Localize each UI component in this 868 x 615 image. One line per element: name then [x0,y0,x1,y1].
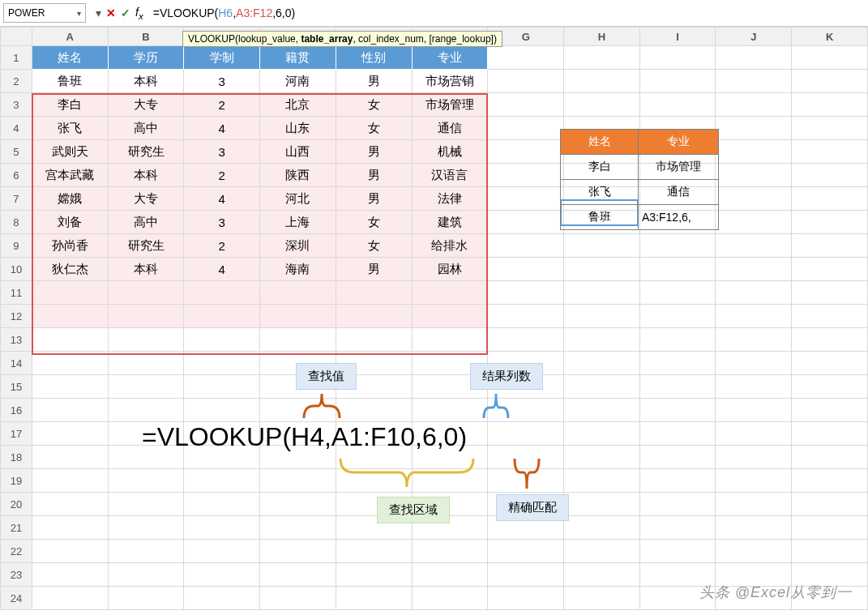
cell[interactable]: 深圳 [260,234,336,258]
row-header[interactable]: 14 [1,352,32,375]
cell[interactable] [716,516,792,540]
row-header[interactable]: 17 [1,422,32,446]
side-cell[interactable]: A3:F12,6, [639,205,719,230]
cell[interactable] [108,352,184,375]
row-header[interactable]: 1 [1,46,32,70]
cell[interactable] [260,328,336,352]
cell[interactable] [639,70,716,93]
chevron-down-icon[interactable]: ▾ [77,9,81,18]
cell[interactable] [564,469,640,493]
side-cell[interactable]: 李白 [561,155,639,180]
cell[interactable] [564,46,640,70]
cell[interactable] [639,375,716,399]
cell[interactable]: 研究生 [108,234,184,258]
cell[interactable] [564,563,640,587]
cell[interactable]: 男 [336,164,412,187]
cell[interactable] [32,281,108,305]
formula-input[interactable]: =VLOOKUP(H6,A3:F12,6,0) [153,6,865,19]
cell[interactable] [184,375,260,399]
cell[interactable] [564,328,640,352]
cell[interactable] [488,281,564,305]
cell[interactable] [412,587,488,610]
cell[interactable] [792,469,868,493]
row-header[interactable]: 19 [1,469,32,493]
cell[interactable]: 法律 [412,187,488,211]
cell[interactable] [792,93,868,117]
cell[interactable] [412,305,488,328]
cell[interactable] [184,540,260,563]
cell[interactable] [32,352,108,375]
cell[interactable] [336,281,412,305]
cell[interactable]: 研究生 [108,140,184,164]
cell[interactable]: 机械 [412,140,488,164]
cell[interactable]: 给排水 [412,234,488,258]
cell[interactable] [336,540,412,563]
cell[interactable] [412,399,488,422]
cell[interactable]: 性别 [336,46,412,70]
cell[interactable]: 3 [184,140,260,164]
row-header[interactable]: 7 [1,187,32,211]
cell[interactable] [792,352,868,375]
cell[interactable] [639,540,716,563]
cell[interactable]: 山东 [260,117,336,140]
row-header[interactable]: 9 [1,234,32,258]
cell[interactable] [792,164,868,187]
cell[interactable] [488,540,564,563]
cell[interactable] [564,70,640,93]
cell[interactable] [564,93,640,117]
enter-icon[interactable]: ✓ [121,6,130,19]
cell[interactable] [716,328,792,352]
cell[interactable] [260,493,336,516]
cell[interactable]: 刘备 [32,211,108,234]
cell[interactable]: 陕西 [260,164,336,187]
cell[interactable] [412,281,488,305]
cell[interactable] [564,540,640,563]
cell[interactable]: 汉语言 [412,164,488,187]
cell[interactable]: 嫦娥 [32,187,108,211]
cell[interactable]: 河南 [260,70,336,93]
cell[interactable] [488,70,564,93]
row-header[interactable]: 12 [1,305,32,328]
row-header[interactable]: 8 [1,211,32,234]
cell[interactable] [32,422,108,446]
cell[interactable] [716,352,792,375]
row-header[interactable]: 16 [1,399,32,422]
cell[interactable]: 女 [336,211,412,234]
cell[interactable] [564,587,640,610]
col-header[interactable]: J [716,28,792,46]
cell[interactable]: 宫本武藏 [32,164,108,187]
cell[interactable]: 3 [184,211,260,234]
cell[interactable] [260,305,336,328]
cell[interactable]: 通信 [412,117,488,140]
row-header[interactable]: 23 [1,563,32,587]
cell[interactable]: 市场管理 [412,93,488,117]
cell[interactable] [488,328,564,352]
cell[interactable] [412,540,488,563]
cell[interactable] [260,516,336,540]
cell[interactable] [716,117,792,140]
cell[interactable] [184,563,260,587]
cell[interactable]: 本科 [108,258,184,281]
name-box[interactable]: POWER ▾ [3,3,86,23]
cell[interactable] [488,46,564,70]
cell[interactable]: 4 [184,187,260,211]
cell[interactable] [488,422,564,446]
cell[interactable]: 张飞 [32,117,108,140]
row-header[interactable]: 20 [1,493,32,516]
row-header[interactable]: 21 [1,516,32,540]
cell[interactable]: 2 [184,93,260,117]
cell[interactable] [412,328,488,352]
cell[interactable]: 男 [336,187,412,211]
cell[interactable] [32,493,108,516]
row-header[interactable]: 6 [1,164,32,187]
cell[interactable]: 4 [184,117,260,140]
cell[interactable]: 男 [336,70,412,93]
cell[interactable] [260,563,336,587]
cell[interactable] [564,493,640,516]
cell[interactable]: 河北 [260,187,336,211]
col-header[interactable]: B [108,28,184,46]
cell[interactable] [260,281,336,305]
cell[interactable]: 姓名 [32,46,108,70]
cell[interactable]: 女 [336,93,412,117]
cell[interactable] [184,281,260,305]
